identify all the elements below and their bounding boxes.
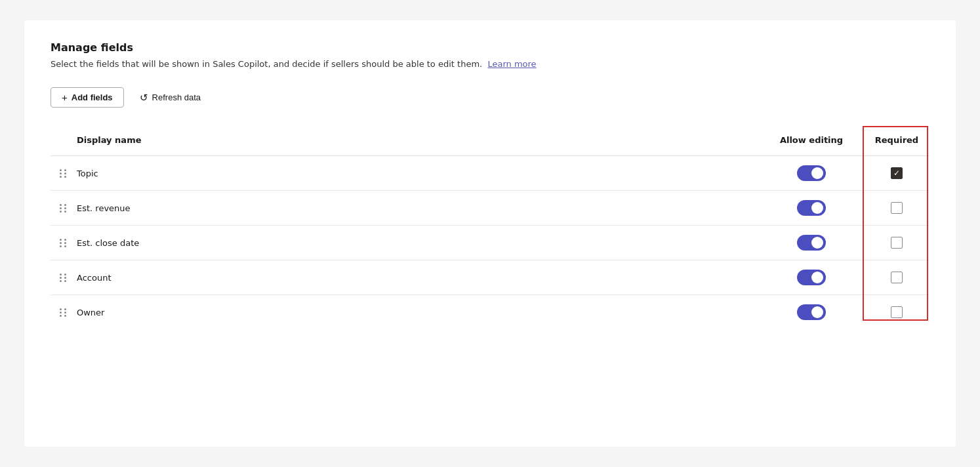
- toggle-cell-est-revenue: [759, 200, 864, 216]
- drag-dots-icon: [60, 204, 68, 213]
- field-name-est-close-date: Est. close date: [77, 238, 759, 248]
- col-header-required: Required: [864, 131, 929, 149]
- learn-more-link[interactable]: Learn more: [487, 59, 536, 69]
- table-row: Est. revenue: [51, 191, 929, 226]
- checkbox-est-revenue[interactable]: [891, 202, 903, 214]
- required-cell-topic: [864, 167, 929, 179]
- drag-handle-est-close-date[interactable]: [51, 239, 77, 247]
- field-name-topic: Topic: [77, 169, 759, 178]
- table-header: Display name Allow editing Required: [51, 126, 929, 156]
- table-row: Owner: [51, 295, 929, 329]
- field-name-est-revenue: Est. revenue: [77, 203, 759, 213]
- toggle-cell-est-close-date: [759, 235, 864, 251]
- plus-icon: +: [62, 92, 68, 103]
- checkbox-topic[interactable]: [891, 167, 903, 179]
- field-name-owner: Owner: [77, 308, 759, 317]
- manage-fields-panel: Manage fields Select the fields that wil…: [24, 20, 956, 447]
- table-row: Est. close date: [51, 226, 929, 260]
- page-subtitle: Select the fields that will be shown in …: [51, 59, 929, 69]
- add-fields-label: Add fields: [71, 92, 113, 102]
- toggle-est-close-date[interactable]: [797, 235, 826, 251]
- toggle-cell-topic: [759, 165, 864, 181]
- checkbox-account[interactable]: [891, 272, 903, 283]
- drag-handle-owner[interactable]: [51, 308, 77, 317]
- toggle-account[interactable]: [797, 270, 826, 285]
- col-header-allow-editing: Allow editing: [759, 135, 864, 145]
- refresh-label: Refresh data: [152, 92, 201, 102]
- table-row: Account: [51, 260, 929, 295]
- toolbar: + Add fields ↺ Refresh data: [51, 87, 929, 108]
- refresh-data-button[interactable]: ↺ Refresh data: [132, 88, 209, 108]
- required-cell-est-close-date: [864, 237, 929, 249]
- drag-handle-est-revenue[interactable]: [51, 204, 77, 213]
- drag-handle-account[interactable]: [51, 274, 77, 282]
- toggle-owner[interactable]: [797, 304, 826, 320]
- drag-dots-icon: [60, 239, 68, 247]
- toggle-cell-account: [759, 270, 864, 285]
- toggle-cell-owner: [759, 304, 864, 320]
- drag-dots-icon: [60, 169, 68, 178]
- fields-table: Display name Allow editing Required Topi…: [51, 126, 929, 329]
- table-row: Topic: [51, 156, 929, 191]
- add-fields-button[interactable]: + Add fields: [51, 87, 124, 108]
- toggle-est-revenue[interactable]: [797, 200, 826, 216]
- toggle-topic[interactable]: [797, 165, 826, 181]
- page-title: Manage fields: [51, 41, 929, 54]
- drag-dots-icon: [60, 308, 68, 317]
- drag-dots-icon: [60, 274, 68, 282]
- required-cell-account: [864, 272, 929, 283]
- col-header-display-name: Display name: [77, 135, 759, 145]
- field-name-account: Account: [77, 273, 759, 283]
- required-cell-est-revenue: [864, 202, 929, 214]
- checkbox-est-close-date[interactable]: [891, 237, 903, 249]
- required-cell-owner: [864, 306, 929, 318]
- checkbox-owner[interactable]: [891, 306, 903, 318]
- refresh-icon: ↺: [140, 92, 148, 104]
- drag-handle-topic[interactable]: [51, 169, 77, 178]
